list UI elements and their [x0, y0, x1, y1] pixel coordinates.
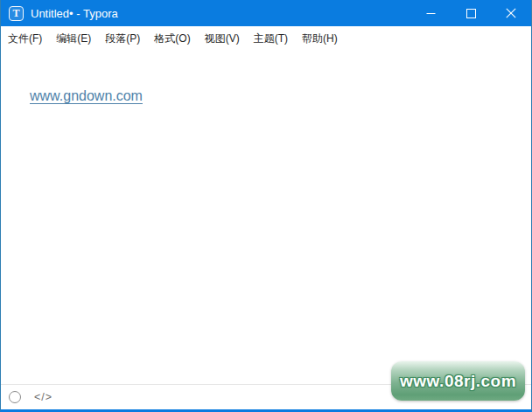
typora-app-icon: T — [9, 6, 24, 21]
watermark-badge: www.08rj.com — [391, 361, 525, 401]
menu-item-edit[interactable]: 编辑(E) — [49, 27, 98, 51]
window-title: Untitled• - Typora — [31, 7, 118, 20]
titlebar: T Untitled• - Typora — [1, 0, 531, 26]
editor-area[interactable]: www.gndown.com — [1, 51, 531, 384]
maximize-button[interactable] — [451, 0, 491, 26]
typora-window: T Untitled• - Typora 文件(F) 编辑(E) 段落(P) 格… — [0, 0, 532, 412]
menu-item-theme[interactable]: 主题(T) — [247, 27, 295, 51]
menu-item-help[interactable]: 帮助(H) — [295, 27, 345, 51]
document-hyperlink[interactable]: www.gndown.com — [30, 88, 143, 103]
menu-item-paragraph[interactable]: 段落(P) — [98, 27, 147, 51]
close-icon — [506, 8, 516, 18]
minimize-button[interactable] — [410, 0, 451, 26]
close-button[interactable] — [491, 0, 531, 26]
maximize-icon — [466, 9, 476, 18]
menu-bar: 文件(F) 编辑(E) 段落(P) 格式(O) 视图(V) 主题(T) 帮助(H… — [1, 26, 531, 51]
minimize-icon — [426, 9, 436, 18]
menu-item-format[interactable]: 格式(O) — [147, 27, 197, 51]
menu-item-view[interactable]: 视图(V) — [198, 27, 247, 51]
menu-item-file[interactable]: 文件(F) — [1, 27, 49, 51]
watermark-text: www.08rj.com — [400, 372, 516, 391]
circle-outline-icon[interactable] — [9, 391, 21, 403]
source-code-icon[interactable]: </> — [34, 391, 52, 403]
